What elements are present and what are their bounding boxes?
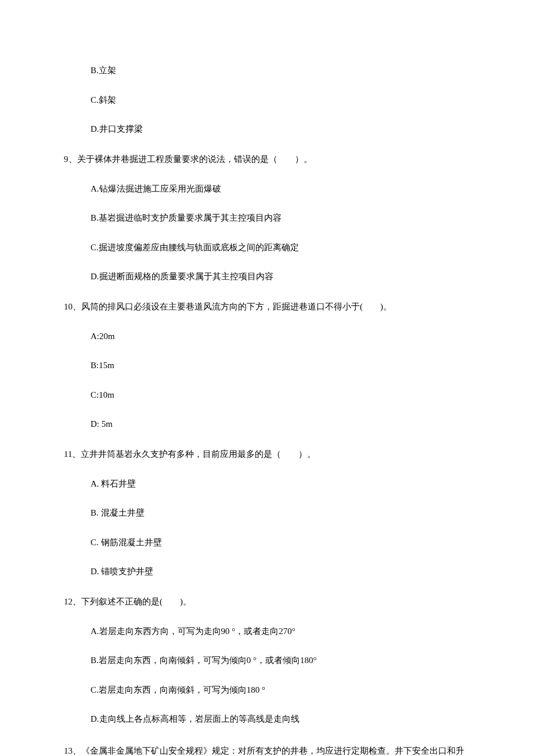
q12-stem: 12、下列叙述不正确的是( )。 [64,595,470,609]
q10-option-a: A:20m [91,330,470,343]
q8-option-b: B.立架 [91,64,470,77]
q10-stem: 10、风筒的排风口必须设在主要巷道风流方向的下方，距掘进巷道口不得小于( )。 [64,300,470,314]
q9-option-b: B.基岩掘进临时支护质量要求属于其主控项目内容 [91,211,470,225]
q10-option-b: B:15m [91,359,470,372]
q12-option-d: D.走向线上各点标高相等，岩层面上的等高线是走向线 [91,712,470,726]
q13-stem: 13、《金属非金属地下矿山安全规程》规定：对所有支护的井巷，均应进行定期检查。井… [64,742,470,757]
q10-option-d: D: 5m [91,417,470,431]
q9-stem: 9、关于裸体井巷掘进工程质量要求的说法，错误的是（ ）。 [64,152,470,166]
q11-option-d: D. 锚喷支护井壁 [91,565,470,578]
q8-option-c: C.斜架 [91,93,470,107]
q9-option-c: C.掘进坡度偏差应由腰线与轨面或底板之间的距离确定 [91,241,470,254]
q11-stem: 11、立井井筒基岩永久支护有多种，目前应用最多的是（ ）。 [64,447,470,461]
q9-option-d: D.掘进断面规格的质量要求属于其主控项目内容 [91,270,470,283]
q10-option-c: C:10m [91,388,470,402]
q8-option-d: D.井口支撑梁 [91,123,470,136]
q11-option-c: C. 钢筋混凝土井壁 [91,536,470,549]
q12-option-b: B.岩层走向东西，向南倾斜，可写为倾向0 °，或者倾向180° [91,654,470,667]
q9-option-a: A.钻爆法掘进施工应采用光面爆破 [91,182,470,196]
q12-option-a: A.岩层走向东西方向，可写为走向90 °，或者走向270° [91,625,470,638]
q11-option-a: A. 料石井壁 [91,477,470,491]
q11-option-b: B. 混凝土井壁 [91,506,470,520]
q12-option-c: C.岩层走向东西，向南倾斜，可写为倾向180 ° [91,683,470,697]
